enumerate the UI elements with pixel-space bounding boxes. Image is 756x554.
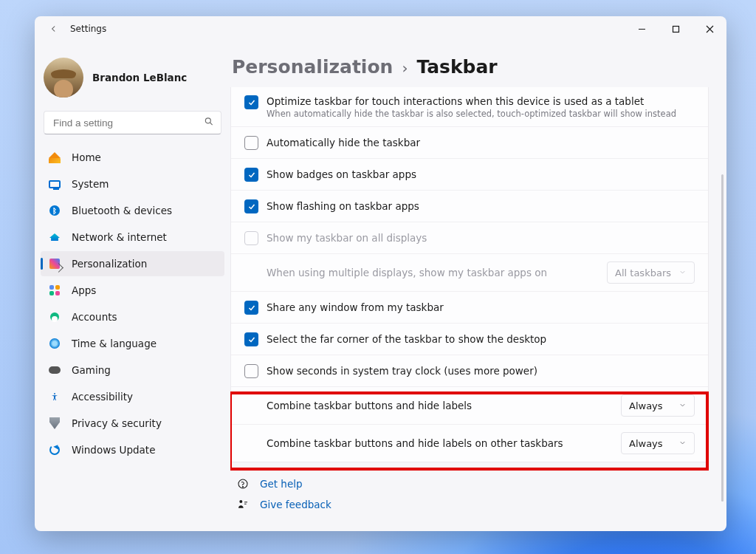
scrollbar[interactable] <box>721 174 724 502</box>
maximize-button[interactable] <box>659 16 693 41</box>
checkbox-optimize-touch[interactable] <box>244 95 258 109</box>
row-label: Automatically hide the taskbar <box>267 137 420 148</box>
chevron-right-icon: › <box>402 59 408 77</box>
checkbox-flashing[interactable] <box>244 199 258 213</box>
time-icon <box>48 337 61 350</box>
bluetooth-icon: ᛒ <box>48 204 61 217</box>
search <box>44 111 221 134</box>
help-icon <box>236 477 250 490</box>
sidebar-item-apps[interactable]: Apps <box>41 278 224 303</box>
row-seconds: Show seconds in system tray clock (uses … <box>231 355 708 387</box>
checkbox-multimon <box>244 231 258 245</box>
sidebar-item-label: System <box>72 178 109 190</box>
svg-rect-1 <box>673 26 678 32</box>
row-multimon: Show my taskbar on all displays <box>231 222 708 254</box>
svg-line-3 <box>210 123 212 125</box>
sidebar-item-label: Home <box>72 151 101 163</box>
checkbox-sharewin[interactable] <box>244 301 258 315</box>
sidebar-item-label: Accounts <box>72 311 117 323</box>
profile-name: Brandon LeBlanc <box>92 72 187 83</box>
sidebar-item-bluetooth[interactable]: ᛒBluetooth & devices <box>41 198 224 223</box>
sidebar-item-label: Gaming <box>72 364 111 376</box>
profile[interactable]: Brandon LeBlanc <box>41 50 224 111</box>
dropdown-combine-primary[interactable]: Always <box>621 394 695 417</box>
main-content: Personalization › Taskbar Optimize taskb… <box>230 41 726 531</box>
taskbar-behaviors-card: Optimize taskbar for touch interactions … <box>230 86 709 462</box>
link-label: Give feedback <box>260 499 331 510</box>
checkbox-seconds[interactable] <box>244 364 258 378</box>
row-sublabel: When automatically hide the taskbar is a… <box>267 109 676 119</box>
link-label: Get help <box>260 478 303 490</box>
checkbox-autohide[interactable] <box>244 136 258 150</box>
row-farcorner: Select the far corner of the taskbar to … <box>231 324 708 355</box>
row-autohide: Automatically hide the taskbar <box>231 127 708 159</box>
svg-point-6 <box>242 486 243 487</box>
sidebar-item-update[interactable]: Windows Update <box>41 437 224 462</box>
chevron-down-icon <box>678 438 687 449</box>
avatar <box>44 58 83 98</box>
accounts-icon <box>48 310 61 324</box>
dropdown-value: Always <box>629 400 663 411</box>
nav: Home System ᛒBluetooth & devices Network… <box>41 145 224 462</box>
settings-window: Settings Brandon LeBlanc Home System <box>35 16 726 531</box>
footer-links: Get help Give feedback <box>230 465 709 524</box>
sidebar-item-personalization[interactable]: Personalization <box>41 251 224 276</box>
chevron-down-icon <box>678 267 687 278</box>
accessibility-icon <box>48 390 61 403</box>
row-combine-other: Combine taskbar buttons and hide labels … <box>231 425 708 462</box>
sidebar-item-accessibility[interactable]: Accessibility <box>41 384 224 409</box>
checkbox-badges[interactable] <box>244 168 258 182</box>
sidebar-item-label: Time & language <box>72 338 157 349</box>
sidebar-item-network[interactable]: Network & internet <box>41 225 224 250</box>
chevron-down-icon <box>678 400 687 411</box>
row-label: Combine taskbar buttons and hide labels <box>267 400 472 411</box>
svg-point-2 <box>205 118 210 123</box>
row-label: Show my taskbar on all displays <box>267 232 427 244</box>
sidebar-item-time[interactable]: Time & language <box>41 331 224 356</box>
close-button[interactable] <box>693 16 726 41</box>
privacy-icon <box>48 417 61 430</box>
window-title: Settings <box>70 24 106 34</box>
network-icon <box>48 230 61 244</box>
update-icon <box>48 443 61 456</box>
sidebar: Brandon LeBlanc Home System ᛒBluetooth &… <box>35 41 230 531</box>
system-icon <box>48 177 61 191</box>
row-label: Select the far corner of the taskbar to … <box>267 333 546 345</box>
personalization-icon <box>48 257 61 270</box>
sidebar-item-system[interactable]: System <box>41 171 224 196</box>
row-badges: Show badges on taskbar apps <box>231 159 708 191</box>
sidebar-item-label: Network & internet <box>72 231 167 243</box>
home-icon <box>48 151 61 164</box>
row-label: Show seconds in system tray clock (uses … <box>267 365 537 377</box>
feedback-icon <box>236 498 250 511</box>
row-label: Share any window from my taskbar <box>267 301 444 313</box>
search-input[interactable] <box>44 111 221 134</box>
row-label: Show badges on taskbar apps <box>267 168 416 180</box>
row-label: Optimize taskbar for touch interactions … <box>267 95 644 107</box>
link-get-help[interactable]: Get help <box>236 477 709 490</box>
back-button[interactable] <box>45 20 63 38</box>
breadcrumb: Personalization › Taskbar <box>232 56 709 78</box>
sidebar-item-privacy[interactable]: Privacy & security <box>41 411 224 436</box>
checkbox-farcorner[interactable] <box>244 332 258 346</box>
gaming-icon <box>48 363 61 377</box>
row-multiapps: When using multiple displays, show my ta… <box>231 254 708 292</box>
svg-point-7 <box>239 500 242 503</box>
breadcrumb-parent[interactable]: Personalization <box>232 56 393 78</box>
link-feedback[interactable]: Give feedback <box>236 498 709 511</box>
sidebar-item-label: Accessibility <box>72 391 133 403</box>
sidebar-item-label: Personalization <box>72 258 147 270</box>
row-label: Combine taskbar buttons and hide labels … <box>267 437 563 449</box>
settings-scroll[interactable]: Optimize taskbar for touch interactions … <box>230 86 709 531</box>
minimize-button[interactable] <box>625 16 659 41</box>
row-label: When using multiple displays, show my ta… <box>267 267 547 278</box>
row-label: Show flashing on taskbar apps <box>267 200 419 212</box>
sidebar-item-label: Apps <box>72 284 96 296</box>
dropdown-value: All taskbars <box>615 267 671 278</box>
dropdown-multiapps: All taskbars <box>607 261 695 284</box>
dropdown-combine-other[interactable]: Always <box>621 432 695 454</box>
search-icon <box>204 116 214 130</box>
sidebar-item-gaming[interactable]: Gaming <box>41 358 224 383</box>
sidebar-item-home[interactable]: Home <box>41 145 224 170</box>
sidebar-item-accounts[interactable]: Accounts <box>41 304 224 329</box>
